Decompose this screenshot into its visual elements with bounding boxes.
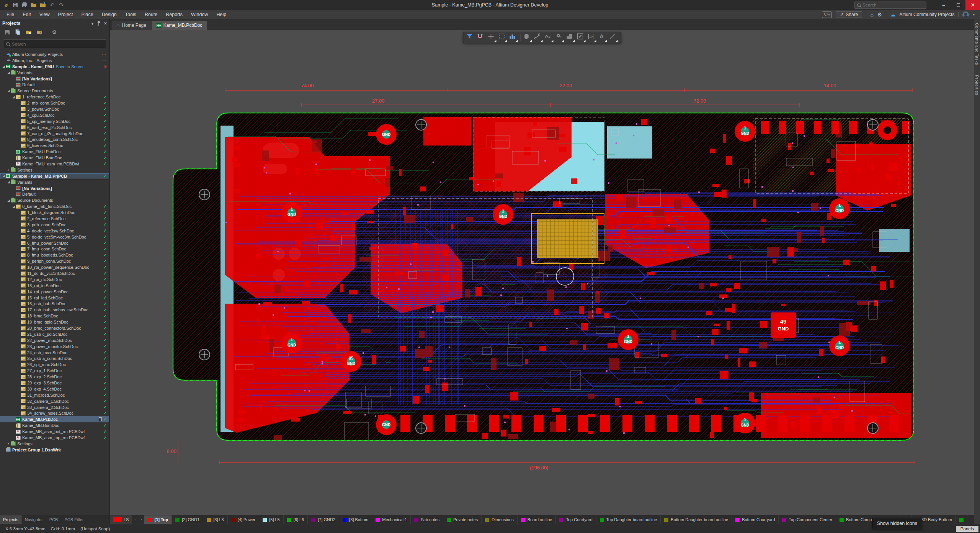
tree-item[interactable]: 19_bmc_gpio.SchDoc✓	[0, 319, 109, 325]
board-content[interactable]	[173, 113, 944, 443]
layer-tab-bottom-courtyard[interactable]: Bottom Courtyard	[732, 515, 779, 524]
panel-close-icon[interactable]: ×	[104, 21, 107, 26]
tree-item[interactable]: 10_rpi_power_sequence.SchDoc✓	[0, 264, 109, 270]
projects-save-button[interactable]	[4, 29, 11, 37]
layer-tab-top-component-center[interactable]: Top Component Center	[779, 515, 836, 524]
tree-item[interactable]: 17_usb_hub_smbus_sw.SchDoc✓	[0, 307, 109, 313]
pcb-drawing[interactable]: GND1GND1GND1GND1GND1GND1GND1GNDGND1GND49…	[110, 30, 974, 515]
projects-gear-button[interactable]: ⚙	[51, 29, 58, 37]
open-button[interactable]	[30, 1, 38, 9]
panel-tab-pcb-filter[interactable]: PCB Filter	[61, 515, 87, 524]
layer-sets-button[interactable]: LS	[110, 515, 132, 524]
layer-tab-private-notes[interactable]: Private notes	[443, 515, 482, 524]
layer-scroll-right[interactable]: ›	[138, 515, 144, 524]
projects-search[interactable]	[3, 39, 106, 48]
gear-icon[interactable]: ⚙	[877, 11, 882, 18]
tree-item[interactable]: 26_spi_mux.SchDoc✓	[0, 361, 109, 368]
measure-tool-button[interactable]: 10	[587, 33, 597, 43]
tree-item[interactable]: 18_bmc.SchDoc✓	[0, 313, 109, 319]
projects-search-input[interactable]	[12, 42, 88, 46]
tree-item[interactable]: 25_usb-a_conn.SchDoc✓	[0, 356, 109, 362]
filter-tool-button[interactable]	[466, 33, 476, 43]
expand-icon[interactable]: ▸	[7, 168, 11, 172]
expand-icon[interactable]: ◢	[2, 65, 6, 68]
gnd-pad[interactable]: GND	[376, 414, 397, 435]
layer-tab-board-outline[interactable]: Board outline	[518, 515, 556, 524]
tree-item[interactable]: 7_fmu_conn.SchDoc✓	[0, 246, 109, 252]
layer-tab-top-daughter-board-outline[interactable]: Top Daughter board outline	[596, 515, 661, 524]
panels-button[interactable]: Panels	[956, 526, 978, 532]
tune-tool-button[interactable]	[544, 33, 554, 43]
tree-item[interactable]: ▸Settings	[0, 441, 109, 447]
gnd-pad[interactable]: 1GND	[618, 329, 639, 350]
tree-item[interactable]: Kame_MB_asm_bot_rm.PCBDwf✓	[0, 428, 109, 435]
tree-item[interactable]: Kame_MB.PcbDoc✓	[0, 416, 109, 422]
tree-item[interactable]: 30_exp_4.SchDoc✓	[0, 386, 109, 392]
global-search[interactable]	[854, 2, 926, 9]
tree-item[interactable]: 2_mb_conn.SchDoc✓	[0, 100, 109, 106]
layer-tab-dimensions[interactable]: Dimensions	[482, 515, 517, 524]
pcb-canvas[interactable]: 10A GND1GND1GND1GND1GND1GND1GND1GNDGND1G…	[110, 30, 974, 515]
projects-folder-gear-button[interactable]	[36, 29, 43, 37]
pin-icon[interactable]	[96, 21, 101, 26]
tree-item[interactable]: 14_rpi_power.SchDoc✓	[0, 289, 109, 295]
gnd-pad[interactable]: 49GND	[771, 312, 796, 338]
tree-item[interactable]: 23_power_monitor.SchDoc✓	[0, 343, 109, 350]
tree-item[interactable]: [No Variations]	[0, 185, 109, 191]
expand-icon[interactable]: ◢	[7, 71, 11, 74]
tree-item[interactable]: 21_usb-c_pd.SchDoc✓	[0, 331, 109, 337]
layer-tab--6-l6[interactable]: [6] L6	[284, 515, 308, 524]
tree-item[interactable]: Kame_MB.BomDoc✓	[0, 422, 109, 428]
menu-project[interactable]: Project	[54, 11, 77, 18]
tree-item[interactable]: 2_reference.SchDoc✓	[0, 216, 109, 222]
layer-tab--5-l5[interactable]: [5] L5	[259, 515, 284, 524]
tree-item[interactable]: ◢Sample - Kame_MB.PrjPCB✓	[0, 173, 109, 179]
layer-tab--8-bottom[interactable]: [8] Bottom	[339, 515, 372, 524]
expand-icon[interactable]: ▸	[7, 442, 11, 445]
layer-tab-fab-notes[interactable]: Fab notes	[411, 515, 443, 524]
doc-tab-kame_mb-pcbdoc[interactable]: Kame_MB.PcbDoc	[152, 21, 207, 30]
more-options-icon[interactable]: ···	[101, 52, 107, 57]
undo-button[interactable]: ↶	[48, 1, 56, 9]
layer-tab--2-gnd1[interactable]: [2] GND1	[172, 515, 203, 524]
close-button[interactable]: ✕	[965, 0, 980, 10]
tree-item[interactable]: Altium Community Projects···	[0, 51, 109, 57]
component-tool-button[interactable]	[523, 33, 533, 43]
expand-icon[interactable]: ◢	[7, 180, 11, 184]
tree-item[interactable]: 9_periph_conn.SchDoc✓	[0, 258, 109, 264]
projects-folder-search-button[interactable]	[25, 29, 32, 37]
layer-tab-swatch[interactable]	[956, 515, 967, 524]
gnd-pad[interactable]: 1GND	[829, 198, 850, 219]
panel-tab-pcb[interactable]: PCB	[46, 515, 62, 524]
tree-item[interactable]: 13_rpi_io.SchDoc✓	[0, 283, 109, 289]
share-button[interactable]: ↗ Share	[836, 11, 862, 18]
tree-item[interactable]: [No Variations]	[0, 76, 109, 82]
tree-item[interactable]: 5_dc-dc_vcc5m-vcc3m.SchDoc✓	[0, 234, 109, 240]
tree-item[interactable]: ◢1_reference.SchDoc✓	[0, 94, 109, 100]
open-project-button[interactable]	[39, 1, 47, 9]
tree-item[interactable]: 3_pdb_conn.SchDoc✓	[0, 222, 109, 228]
layer-tab--7-gnd2[interactable]: [7] GND2	[308, 515, 339, 524]
layer-tab--4-power[interactable]: [4] Power	[228, 515, 259, 524]
tree-item[interactable]: 20_bmc_connectors.SchDoc✓	[0, 325, 109, 331]
tree-item[interactable]: 16_usb_hub.SchDoc✓	[0, 301, 109, 307]
tree-item[interactable]: 11_dc-dc_vcc1r8.SchDoc✓	[0, 270, 109, 276]
select-tool-button[interactable]	[498, 33, 508, 43]
menu-window[interactable]: Window	[187, 11, 212, 18]
tree-item[interactable]: 4_cpu.SchDoc✓	[0, 112, 109, 118]
expand-icon[interactable]: ◢	[2, 174, 6, 178]
gnd-pad[interactable]: 1GND	[281, 202, 302, 223]
menu-edit[interactable]: Edit	[18, 11, 35, 18]
line-tool-button[interactable]	[609, 33, 619, 43]
save-to-server-link[interactable]: Save to Server	[56, 64, 84, 69]
tree-item[interactable]: 27_exp_1.SchDoc✓	[0, 368, 109, 374]
text-tool-button[interactable]: A	[598, 33, 608, 43]
menu-route[interactable]: Route	[140, 11, 162, 18]
tree-item[interactable]: ◢Source Documents	[0, 197, 109, 203]
panel-tab-projects[interactable]: Projects	[0, 515, 22, 524]
tree-item[interactable]: Kame_FMU.BomDoc✓	[0, 155, 109, 161]
gnd-pad[interactable]: GND	[376, 124, 397, 145]
projects-compare-button[interactable]	[15, 29, 21, 37]
comment-button[interactable]: 🗨+	[822, 11, 832, 18]
room-tool-button[interactable]	[566, 33, 576, 43]
